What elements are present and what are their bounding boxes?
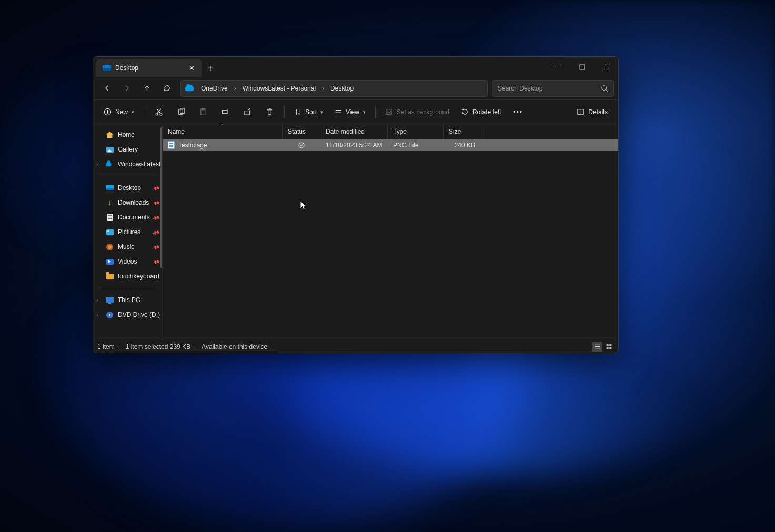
chevron-down-icon: ▾: [320, 109, 323, 115]
forward-button[interactable]: [117, 80, 136, 97]
details-label: Details: [588, 108, 608, 116]
column-type[interactable]: Type: [388, 124, 444, 139]
search-icon: [601, 85, 608, 92]
toolbar: New ▾ Sort ▾ View ▾: [93, 100, 618, 124]
separator: [120, 343, 120, 350]
folder-icon: [106, 273, 114, 280]
rotate-left-button[interactable]: Rotate left: [456, 104, 507, 121]
column-status[interactable]: Status: [283, 124, 320, 139]
svg-line-12: [157, 109, 160, 113]
plus-circle-icon: [104, 108, 112, 116]
file-size: 240 KB: [455, 142, 475, 149]
view-button[interactable]: View ▾: [329, 104, 371, 121]
breadcrumb[interactable]: OneDrive › WindowsLatest - Personal › De…: [180, 80, 488, 97]
paste-button[interactable]: [193, 104, 214, 121]
rename-button[interactable]: [215, 104, 236, 121]
close-tab-button[interactable]: ✕: [186, 62, 197, 74]
scissors-icon: [155, 108, 163, 116]
column-size[interactable]: Size: [444, 124, 480, 139]
svg-point-10: [160, 113, 162, 115]
copy-button[interactable]: [170, 104, 192, 121]
sidebar-item-touchkeyboard[interactable]: touchkeyboard: [93, 269, 162, 284]
window-controls: [546, 57, 618, 77]
sidebar-item-videos[interactable]: Videos 📌: [93, 254, 162, 269]
set-background-icon: [385, 108, 393, 116]
svg-line-11: [157, 109, 161, 113]
svg-rect-31: [609, 344, 611, 346]
cell-status: [283, 139, 320, 151]
search-input[interactable]: Search Desktop: [492, 80, 614, 97]
sort-button[interactable]: Sort ▾: [289, 104, 328, 121]
more-button[interactable]: •••: [508, 104, 529, 121]
svg-line-5: [606, 89, 608, 92]
chevron-right-icon[interactable]: ›: [96, 162, 98, 167]
status-item-count: 1 item: [97, 343, 115, 350]
details-button[interactable]: Details: [571, 104, 613, 121]
view-toggles: [592, 342, 614, 352]
maximize-button[interactable]: [570, 57, 594, 77]
sidebar-item-label: Pictures: [118, 228, 140, 236]
rename-icon: [222, 108, 229, 116]
column-name[interactable]: ˄ Name: [163, 124, 283, 139]
column-label: Name: [168, 128, 185, 135]
sidebar-item-label: Documents: [118, 214, 150, 221]
sidebar-item-music[interactable]: Music 📌: [93, 239, 162, 254]
minimize-button[interactable]: [546, 57, 570, 77]
file-rows: Testimage 11/10/2023 5:24 AM PNG File 24…: [163, 139, 618, 340]
details-view-toggle[interactable]: [592, 342, 602, 352]
sidebar-item-documents[interactable]: Documents 📌: [93, 210, 162, 225]
separator: [98, 176, 157, 176]
view-label: View: [346, 108, 359, 116]
svg-rect-19: [244, 111, 249, 115]
close-window-button[interactable]: [594, 57, 618, 77]
chevron-down-icon: ▾: [132, 109, 134, 115]
desktop-icon: [106, 184, 114, 192]
sidebar-item-desktop[interactable]: Desktop 📌: [93, 180, 162, 195]
pc-icon: [106, 296, 114, 304]
thumbnails-view-toggle[interactable]: [603, 342, 614, 352]
svg-rect-1: [580, 65, 585, 69]
new-tab-button[interactable]: ＋: [202, 59, 219, 77]
sidebar-item-dvd[interactable]: › DVD Drive (D:) C: [93, 307, 162, 322]
up-button[interactable]: [137, 80, 156, 97]
column-label: Date modified: [326, 128, 365, 135]
refresh-button[interactable]: [157, 80, 176, 97]
crumb-windowslatest[interactable]: WindowsLatest - Personal: [238, 81, 320, 96]
pictures-icon: [106, 228, 114, 236]
cell-name: Testimage: [163, 139, 283, 151]
share-button[interactable]: [237, 104, 258, 121]
sidebar-item-label: Music: [118, 243, 134, 250]
chevron-right-icon[interactable]: ›: [96, 297, 98, 303]
separator: [98, 288, 157, 288]
pin-icon: 📌: [152, 243, 160, 251]
sidebar-item-home[interactable]: Home: [93, 127, 162, 142]
chevron-right-icon[interactable]: ›: [96, 312, 98, 318]
search-placeholder: Search Desktop: [498, 85, 542, 92]
sidebar-item-thispc[interactable]: › This PC: [93, 293, 162, 307]
separator: [196, 343, 196, 350]
back-button[interactable]: [97, 80, 116, 97]
column-date[interactable]: Date modified: [320, 124, 388, 139]
tab-desktop[interactable]: Desktop ✕: [96, 59, 202, 77]
body: Home Gallery › WindowsLatest Desktop 📌 ↓…: [93, 124, 618, 340]
chevron-right-icon: ›: [233, 85, 237, 92]
sidebar-item-downloads[interactable]: ↓ Downloads 📌: [93, 195, 162, 210]
downloads-icon: ↓: [106, 199, 114, 207]
delete-button[interactable]: [259, 104, 280, 121]
navigation-row: OneDrive › WindowsLatest - Personal › De…: [93, 77, 618, 100]
separator: [284, 106, 285, 118]
sidebar-scrollbar[interactable]: [160, 127, 162, 337]
crumb-desktop[interactable]: Desktop: [326, 81, 358, 96]
table-row[interactable]: Testimage 11/10/2023 5:24 AM PNG File 24…: [163, 139, 618, 151]
crumb-onedrive[interactable]: OneDrive: [197, 81, 232, 96]
sort-icon: [294, 108, 301, 116]
sidebar-item-label: Home: [118, 131, 135, 138]
new-button[interactable]: New ▾: [98, 104, 139, 121]
cut-button[interactable]: [148, 104, 169, 121]
chevron-down-icon: ▾: [363, 109, 366, 115]
sidebar-item-windowslatest[interactable]: › WindowsLatest: [93, 157, 162, 172]
sidebar-item-label: Videos: [118, 258, 137, 265]
sidebar-item-pictures[interactable]: Pictures 📌: [93, 225, 162, 239]
set-background-button[interactable]: Set as background: [380, 104, 455, 121]
sidebar-item-gallery[interactable]: Gallery: [93, 142, 162, 157]
